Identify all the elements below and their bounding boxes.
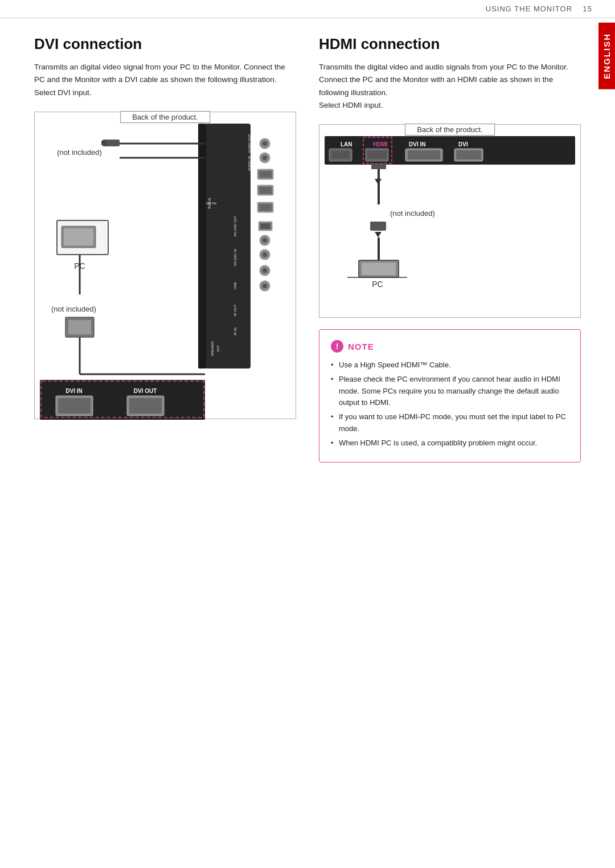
language-tab: ENGLISH xyxy=(598,23,615,89)
svg-text:DVI IN: DVI IN xyxy=(65,388,82,394)
svg-rect-59 xyxy=(331,151,350,159)
svg-text:(not included): (not included) xyxy=(390,209,435,218)
svg-point-26 xyxy=(263,238,267,243)
hdmi-diagram-wrapper: Back of the product. LAN HDMI DVI IN xyxy=(319,124,581,318)
svg-text:(not included): (not included) xyxy=(51,305,96,313)
svg-text:HDMI: HDMI xyxy=(373,141,388,148)
svg-rect-24 xyxy=(260,223,270,229)
hdmi-diagram-label: Back of the product. xyxy=(405,124,495,136)
dvi-diagram-wrapper: Back of the product. AUDIO OUT AUDIO IN … xyxy=(34,112,296,419)
svg-text:LAN: LAN xyxy=(341,141,352,148)
svg-rect-40 xyxy=(64,228,93,245)
svg-text:PC: PC xyxy=(372,280,383,289)
svg-point-14 xyxy=(263,141,267,146)
svg-rect-36 xyxy=(101,141,106,145)
svg-rect-68 xyxy=(456,150,481,159)
dvi-diagram-label: Back of the product. xyxy=(120,111,210,123)
hdmi-diagram-box: LAN HDMI DVI IN DVI xyxy=(319,124,581,318)
hdmi-svg: LAN HDMI DVI IN DVI xyxy=(319,125,580,318)
svg-text:DVI IN: DVI IN xyxy=(409,141,425,148)
svg-rect-78 xyxy=(362,263,396,275)
svg-rect-56 xyxy=(325,136,575,165)
note-item-1: Use a High Speed HDMI™ Cable. xyxy=(331,359,569,371)
hdmi-title: HDMI connection xyxy=(319,35,581,53)
svg-marker-72 xyxy=(375,179,382,185)
svg-point-16 xyxy=(263,155,267,160)
svg-text:DVI: DVI xyxy=(458,141,468,148)
svg-rect-71 xyxy=(371,163,386,169)
svg-point-28 xyxy=(263,252,267,257)
svg-rect-18 xyxy=(259,171,272,178)
svg-point-32 xyxy=(263,284,267,288)
svg-rect-0 xyxy=(205,124,251,369)
page-header: USING THE MONITOR 15 xyxy=(0,0,615,18)
svg-text:RS-232C IN: RS-232C IN xyxy=(233,249,237,266)
note-title: NOTE xyxy=(348,342,374,351)
svg-marker-75 xyxy=(375,232,382,238)
svg-rect-12 xyxy=(198,124,206,369)
svg-text:RGB IN: RGB IN xyxy=(208,198,211,208)
svg-text:DVI OUT: DVI OUT xyxy=(134,388,157,394)
hdmi-section: HDMI connection Transmits the digital vi… xyxy=(319,35,581,462)
dvi-section: DVI connection Transmits an digital vide… xyxy=(34,35,296,462)
page-number: 15 xyxy=(583,5,592,13)
svg-rect-65 xyxy=(408,150,440,159)
dvi-title: DVI connection xyxy=(34,35,296,53)
svg-text:AUDIO IN: AUDIO IN xyxy=(248,155,251,171)
svg-text:IR IN: IR IN xyxy=(233,327,237,335)
note-item-3: If you want to use HDMI-PC mode, you mus… xyxy=(331,411,569,435)
svg-rect-62 xyxy=(367,151,387,159)
dvi-diagram-box: AUDIO OUT AUDIO IN COMPONENT IN/ RGB IN … xyxy=(34,112,296,419)
note-item-4: When HDMI PC is used, a compatiblity pro… xyxy=(331,437,569,449)
hdmi-description: Transmits the digital video and audio si… xyxy=(319,61,581,112)
note-icon: ! xyxy=(331,340,343,353)
main-content: DVI connection Transmits an digital vide… xyxy=(0,18,615,485)
svg-text:(not included): (not included) xyxy=(57,148,102,157)
dvi-description: Transmits an digital video signal from y… xyxy=(34,61,296,99)
note-header: ! NOTE xyxy=(331,340,569,353)
note-list: Use a High Speed HDMI™ Cable. Please che… xyxy=(331,359,569,449)
svg-rect-54 xyxy=(129,398,162,413)
svg-rect-22 xyxy=(259,204,272,211)
svg-rect-51 xyxy=(58,398,91,413)
header-text: USING THE MONITOR xyxy=(486,5,572,13)
svg-text:USB: USB xyxy=(233,282,237,289)
svg-text:RS-232C OUT: RS-232C OUT xyxy=(233,215,237,236)
svg-text:IR OUT: IR OUT xyxy=(233,304,237,316)
svg-text:OUT: OUT xyxy=(216,345,220,351)
svg-text:SPEAKER: SPEAKER xyxy=(211,341,214,356)
note-item-2: Please check the PC environment if you c… xyxy=(331,374,569,409)
svg-rect-20 xyxy=(259,187,272,194)
note-box: ! NOTE Use a High Speed HDMI™ Cable. Ple… xyxy=(319,329,581,462)
dvi-svg: AUDIO OUT AUDIO IN COMPONENT IN/ RGB IN … xyxy=(35,112,296,420)
svg-rect-45 xyxy=(68,320,91,334)
svg-rect-74 xyxy=(370,222,386,231)
svg-text:AUDIO OUT: AUDIO OUT xyxy=(248,134,251,153)
svg-point-30 xyxy=(263,268,267,273)
